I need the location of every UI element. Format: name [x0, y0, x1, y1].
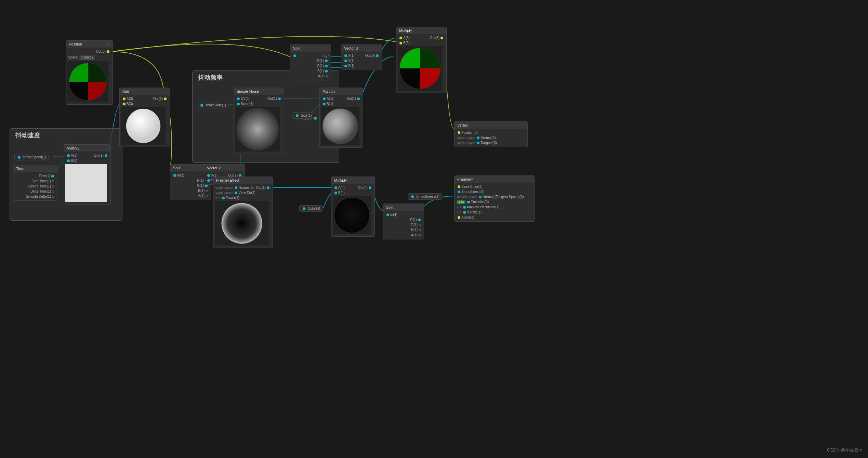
svg-point-11 [221, 203, 262, 244]
pms-a: A(1) Out(1) [64, 153, 110, 158]
pt-deltatime: Delta Time(1) [13, 189, 57, 194]
fod [267, 186, 269, 189]
sbl5: A(1) [198, 194, 205, 198]
fd2 [235, 192, 237, 194]
mmout: Out(1) [346, 97, 356, 101]
node-multiply-bot[interactable]: Multiply A(4) Out(4) B(4) [331, 176, 375, 237]
node-split-top-header: Split [290, 45, 331, 52]
node-split-top-body: In(3) R(1) G(1) B(1) A(1) [290, 52, 331, 80]
mod [440, 37, 443, 39]
snl2: Scale(1) [241, 102, 253, 106]
node-vector3-body: X(1) Out(3) Y(1) Z(1) [341, 52, 382, 70]
frp1: Tangent Space [457, 195, 477, 199]
pm-tr-a: A(3) Out(3) [396, 35, 446, 40]
node-split-rb[interactable]: Split In(4) R(1) G(1) B(1) A(1) [383, 204, 424, 239]
node-multiply-speed[interactable]: Multiply A(1) Out(1) B(1) [64, 144, 111, 205]
node-vertex[interactable]: Vertex Position(3) Object Space Normal(3… [454, 121, 528, 147]
psrb-in: In(4) [383, 212, 424, 217]
d7 [458, 216, 460, 219]
svg-point-7 [236, 108, 279, 151]
port-split-top-b: B(1) [290, 68, 331, 74]
node-time-title: Time [16, 167, 24, 171]
d1 [458, 131, 460, 134]
node-multiply-tr-header: Multiply [396, 27, 446, 34]
node-simple-noise[interactable]: Simple Noise UV(2) Out(1) Scale(1) [234, 88, 284, 154]
node-multiply-tr[interactable]: Multiply A(3) Out(3) B(3) [396, 27, 447, 93]
port-add-a-label: A(3) [127, 97, 133, 101]
frl4: Emission(3) [471, 200, 489, 204]
pt-time: Time(1) [13, 173, 57, 179]
node-vector2-title: Vector 2 [207, 166, 221, 170]
group-label-sudu: 抖动速度 [15, 132, 40, 139]
pf-viewdir: World Space View Dir(3) [213, 190, 273, 195]
p3 [419, 229, 421, 231]
pt-cosinetime: Cosine Time(1) [13, 184, 57, 189]
srbl2: R(1) [410, 218, 417, 222]
d2 [237, 103, 240, 105]
node-fragment[interactable]: Fragment Base Color(3) Smoothness(1) Tan… [454, 175, 535, 222]
node-split-top[interactable]: Split In(3) R(1) G(1) B(1) A(1) [290, 44, 331, 80]
pf-smooth: Smoothness(1) [455, 189, 534, 194]
d1 [344, 54, 347, 57]
node-time[interactable]: Time Time(1) Sine Time(1) Cosine Time(1)… [13, 165, 57, 201]
node-fresnel-title: Fresnel Effect [216, 178, 239, 182]
d3 [344, 65, 347, 67]
pv3-x: X(1) Out(3) [341, 53, 382, 58]
add-preview-svg [121, 107, 165, 144]
node-split-rb-body: In(4) R(1) G(1) B(1) A(1) [383, 211, 424, 239]
node-add[interactable]: Add — A(3) Out(3) B(3) [119, 88, 170, 147]
size-node: Size(1) [292, 112, 314, 119]
position-space-row: Space Object ▾ [66, 54, 113, 61]
sm-dot [411, 195, 414, 198]
l3: G(1) [317, 64, 324, 68]
fl2: View Dir(3) [238, 191, 255, 195]
node-fresnel[interactable]: Fresnel Effect World Space Normal(3) Out… [213, 176, 273, 248]
msl2: B(1) [71, 159, 77, 162]
d1 [399, 37, 402, 39]
pmb-a: A(4) Out(4) [331, 185, 374, 190]
mbod [369, 186, 371, 189]
psb-a: A(1) [170, 193, 211, 198]
mbot-svg [333, 196, 371, 234]
node-multiply-tr-title: Multiply [399, 28, 412, 32]
node-fragment-title: Fragment [457, 177, 473, 181]
d5 [463, 206, 466, 209]
node-vector3[interactable]: Vector 3 X(1) Out(3) Y(1) Z(1) [341, 44, 382, 70]
port-add-a: A(3) Out(3) [120, 96, 170, 101]
sbl2: R(1) [197, 179, 204, 182]
ss-label: shakeSpeed(1) [23, 155, 46, 159]
srbl5: A(1) [411, 233, 418, 237]
pmm-b: B(1) [320, 101, 363, 106]
sbl4: B(1) [198, 189, 205, 193]
p2 [419, 224, 421, 226]
srbl1: In(4) [390, 213, 397, 217]
pf-metalic: X 0 Metalic(1) [455, 210, 534, 215]
port-position-out-label: Out(3) [96, 50, 106, 53]
l2: R(1) [317, 59, 324, 63]
node-position[interactable]: Position — Out(3) Space Object ▾ [66, 40, 113, 105]
d1 [207, 174, 210, 177]
node-split-top-title: Split [293, 46, 300, 50]
pf-power: X 1 Power(1) [213, 195, 273, 200]
watermark-text: CSDN @小生云木 [827, 447, 863, 453]
d3 [479, 196, 482, 198]
node-fragment-body: Base Color(3) Smoothness(1) Tangent Spac… [455, 183, 534, 221]
port-add-out-label: Out(3) [153, 97, 163, 101]
node-multiply-mid[interactable]: Multiply A(1) Out(1) B(1) [319, 88, 363, 148]
d6 [463, 211, 466, 214]
node-multiply-speed-header: Multiply [64, 145, 110, 152]
d1 [237, 97, 240, 100]
node-simple-noise-body: UV(2) Out(1) Scale(1) [234, 95, 284, 154]
node-multiply-bot-body: A(4) Out(4) B(4) [331, 184, 374, 236]
v3l2: Y(1) [348, 59, 355, 63]
node-add-title: Add [122, 89, 129, 93]
f-prefix3: X 1 [215, 196, 220, 200]
pv-pos: Position(3) [455, 130, 527, 135]
pv-normal: Object Space Normal(3) [455, 135, 527, 140]
node-multiply-mid-header: Multiply [320, 88, 363, 95]
f-prefix1: World Space [215, 186, 233, 189]
position-space-dropdown[interactable]: Object ▾ [79, 55, 95, 60]
sbl3: G(1) [197, 184, 204, 187]
v3l3: Z(1) [348, 64, 354, 68]
pf-normal-ts: Tangent Space Normal (Tangent Space)(3) [455, 194, 534, 199]
